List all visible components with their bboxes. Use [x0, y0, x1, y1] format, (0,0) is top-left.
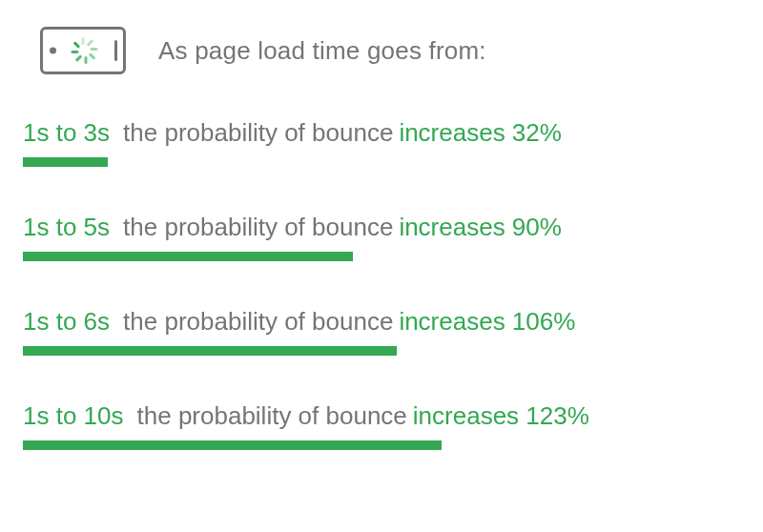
- bar-fill: [23, 440, 442, 450]
- bar-track: [23, 346, 740, 356]
- bar-track: [23, 440, 740, 450]
- stat-row: 1s to 3sthe probability of bounceincreas…: [23, 118, 740, 167]
- stat-line: 1s to 5sthe probability of bounceincreas…: [23, 213, 740, 242]
- stat-row: 1s to 5sthe probability of bounceincreas…: [23, 213, 740, 261]
- time-range: 1s to 10s: [23, 401, 124, 431]
- page-title: As page load time goes from:: [158, 36, 486, 66]
- bar-fill: [23, 346, 397, 356]
- loading-spinner-icon: [70, 37, 96, 64]
- mid-text: the probability of bounce: [123, 118, 393, 148]
- increase-label: increases 32%: [399, 118, 562, 148]
- time-range: 1s to 6s: [23, 307, 110, 337]
- phone-icon: [40, 27, 126, 74]
- stat-line: 1s to 3sthe probability of bounceincreas…: [23, 118, 740, 148]
- increase-label: increases 106%: [399, 307, 575, 337]
- mid-text: the probability of bounce: [123, 307, 393, 337]
- infographic: As page load time goes from: 1s to 3sthe…: [0, 0, 763, 532]
- mid-text: the probability of bounce: [137, 401, 407, 431]
- header: As page load time goes from:: [40, 27, 740, 74]
- time-range: 1s to 5s: [23, 213, 110, 242]
- stat-line: 1s to 10sthe probability of bounceincrea…: [23, 401, 740, 431]
- time-range: 1s to 3s: [23, 118, 110, 148]
- stat-line: 1s to 6sthe probability of bounceincreas…: [23, 307, 740, 337]
- stat-row: 1s to 10sthe probability of bounceincrea…: [23, 401, 740, 450]
- bar-track: [23, 157, 740, 167]
- bar-track: [23, 252, 740, 261]
- bar-fill: [23, 252, 353, 261]
- rows-container: 1s to 3sthe probability of bounceincreas…: [23, 118, 740, 450]
- mid-text: the probability of bounce: [123, 213, 393, 242]
- bar-fill: [23, 157, 108, 167]
- increase-label: increases 90%: [399, 213, 562, 242]
- stat-row: 1s to 6sthe probability of bounceincreas…: [23, 307, 740, 356]
- increase-label: increases 123%: [413, 401, 589, 431]
